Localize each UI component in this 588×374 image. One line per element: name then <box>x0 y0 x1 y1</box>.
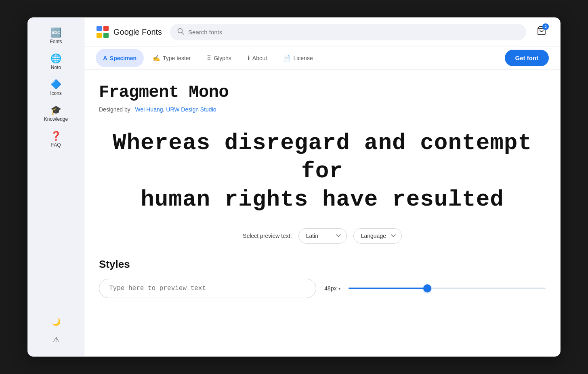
tab-license[interactable]: 📄 License <box>276 49 320 67</box>
sidebar-item-fonts[interactable]: 🔤 Fonts <box>31 24 81 48</box>
svg-rect-2 <box>97 33 102 38</box>
glyphs-tab-label: Glyphs <box>214 55 231 61</box>
specimen-tab-icon: A <box>103 55 107 61</box>
tab-specimen[interactable]: A Specimen <box>96 49 144 67</box>
specimen-tab-label: Specimen <box>110 55 136 61</box>
icons-icon: 🔷 <box>50 80 61 89</box>
styles-section: Styles 48px ▾ <box>99 258 546 298</box>
tab-type-tester[interactable]: ✍ Type tester <box>145 49 198 67</box>
license-tab-label: License <box>293 55 313 61</box>
cart-badge: 2 <box>542 23 549 30</box>
styles-row: 48px ▾ <box>99 279 546 298</box>
designer-link-2[interactable]: URW Design Studio <box>166 106 216 113</box>
content-area: Fragment Mono Designed by Wei Huang, URW… <box>84 70 560 356</box>
font-title: Fragment Mono <box>99 83 546 102</box>
browser-window: 🔤 Fonts 🌐 Noto 🔷 Icons 🎓 Knowledge ❓ FAQ… <box>27 17 561 357</box>
cart-button[interactable]: 2 <box>534 23 549 40</box>
tab-glyphs[interactable]: ⠿ Glyphs <box>200 49 239 67</box>
styles-title: Styles <box>99 258 546 271</box>
feedback-icon[interactable]: ⚠ <box>50 333 62 347</box>
sidebar-label-fonts: Fonts <box>50 39 62 44</box>
svg-rect-1 <box>103 26 109 31</box>
noto-icon: 🌐 <box>50 54 61 63</box>
sidebar-item-noto[interactable]: 🌐 Noto <box>31 50 81 74</box>
faq-icon: ❓ <box>50 132 61 141</box>
sidebar-label-noto: Noto <box>51 65 61 70</box>
tab-bar: A Specimen ✍ Type tester ⠿ Glyphs ℹ Abou… <box>84 46 560 70</box>
search-bar[interactable] <box>170 24 526 40</box>
google-fonts-logo-icon <box>96 25 109 39</box>
get-font-button[interactable]: Get font <box>505 50 549 66</box>
font-preview-text: Whereas disregard and contempt for human… <box>99 129 546 214</box>
dark-mode-icon[interactable]: 🌙 <box>49 315 63 329</box>
sidebar-item-knowledge[interactable]: 🎓 Knowledge <box>31 102 81 126</box>
about-tab-label: About <box>252 55 267 61</box>
styles-preview-input[interactable] <box>99 279 316 298</box>
font-designers: Designed by Wei Huang, URW Design Studio <box>99 106 546 113</box>
sidebar-item-icons[interactable]: 🔷 Icons <box>31 76 81 100</box>
logo-area: Google Fonts <box>96 25 162 39</box>
designed-by-label: Designed by <box>99 106 130 113</box>
font-size-slider[interactable] <box>349 288 546 289</box>
svg-rect-0 <box>97 26 102 31</box>
svg-line-5 <box>182 32 184 34</box>
main-content: Google Fonts <box>84 18 560 356</box>
sidebar: 🔤 Fonts 🌐 Noto 🔷 Icons 🎓 Knowledge ❓ FAQ… <box>28 18 84 356</box>
header: Google Fonts <box>84 18 560 46</box>
svg-rect-3 <box>103 33 109 38</box>
sidebar-label-faq: FAQ <box>51 142 61 148</box>
language-select[interactable]: Language <box>353 228 402 244</box>
glyphs-tab-icon: ⠿ <box>207 55 211 62</box>
fonts-icon: 🔤 <box>50 28 61 37</box>
font-size-display[interactable]: 48px ▾ <box>324 285 340 292</box>
tab-about[interactable]: ℹ About <box>240 49 275 67</box>
sidebar-label-knowledge: Knowledge <box>44 116 68 122</box>
sidebar-label-icons: Icons <box>50 90 62 96</box>
script-select[interactable]: Latin Cyrillic Greek Hebrew Arabic <box>298 228 347 244</box>
search-input[interactable] <box>188 29 519 36</box>
license-tab-icon: 📄 <box>283 55 291 62</box>
size-chevron-icon: ▾ <box>338 286 340 291</box>
preview-controls: Select preview text: Latin Cyrillic Gree… <box>99 228 546 244</box>
sidebar-item-faq[interactable]: ❓ FAQ <box>31 128 81 152</box>
logo-text: Google Fonts <box>113 27 162 37</box>
preview-select-label: Select preview text: <box>243 233 292 239</box>
designer-link-1[interactable]: Wei Huang <box>135 106 163 113</box>
search-icon <box>177 28 184 36</box>
type-tester-tab-icon: ✍ <box>153 55 160 62</box>
knowledge-icon: 🎓 <box>50 106 61 115</box>
type-tester-tab-label: Type tester <box>163 55 191 61</box>
about-tab-icon: ℹ <box>248 55 250 62</box>
